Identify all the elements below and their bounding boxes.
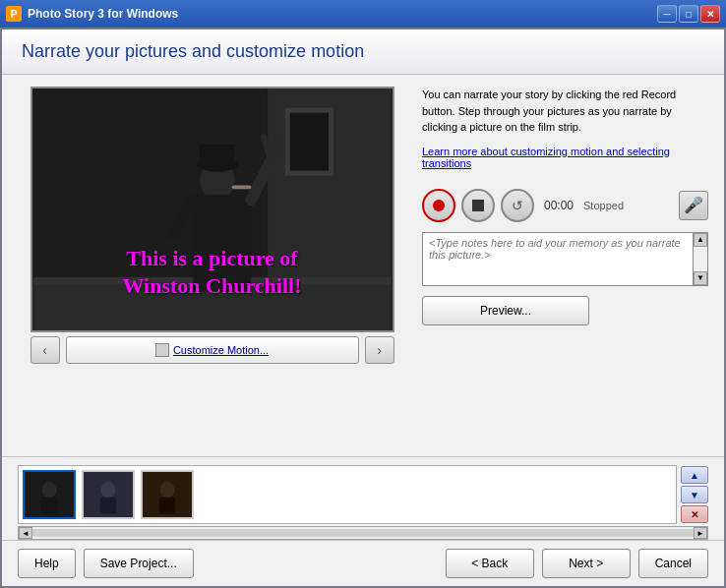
- record-button[interactable]: [422, 189, 455, 222]
- left-panel: This is a picture of Winston Churchill! …: [18, 87, 406, 444]
- scroll-up-arrow[interactable]: ▲: [694, 233, 707, 247]
- filmstrip-wrapper: ▲ ▼ ✕: [18, 465, 708, 524]
- filmstrip-thumb-1[interactable]: [23, 470, 76, 519]
- record-icon: [433, 200, 445, 211]
- filmstrip-section: ▲ ▼ ✕ ◄ ►: [2, 456, 724, 540]
- content-area: This is a picture of Winston Churchill! …: [2, 75, 724, 456]
- svg-rect-24: [159, 498, 176, 514]
- rewind-icon: ↺: [512, 198, 523, 213]
- photo-frame: This is a picture of Winston Churchill!: [30, 87, 394, 332]
- filmstrip-thumb-3[interactable]: [141, 470, 194, 519]
- notes-scrollbar[interactable]: ▲ ▼: [693, 232, 708, 286]
- save-project-button[interactable]: Save Project...: [84, 549, 194, 578]
- customize-icon: [155, 343, 169, 357]
- cancel-button[interactable]: Cancel: [638, 549, 708, 578]
- page-title: Narrate your pictures and customize moti…: [22, 41, 704, 62]
- time-display: 00:00: [544, 199, 574, 212]
- photo-content: This is a picture of Winston Churchill!: [32, 88, 393, 330]
- filmstrip-scrollbar[interactable]: ◄ ►: [18, 526, 708, 540]
- stop-button[interactable]: [461, 189, 495, 222]
- maximize-button[interactable]: □: [679, 5, 698, 23]
- window-controls: ─ □ ✕: [657, 5, 720, 23]
- bottom-bar: Help Save Project... < Back Next > Cance…: [2, 540, 724, 586]
- description-text: You can narrate your story by clicking t…: [422, 87, 708, 136]
- page-header: Narrate your pictures and customize moti…: [2, 29, 724, 75]
- rewind-button[interactable]: ↺: [501, 189, 534, 222]
- filmstrip-scroll[interactable]: [18, 465, 677, 524]
- filmstrip-down-button[interactable]: ▼: [681, 486, 708, 503]
- notes-area: ▲ ▼: [422, 232, 708, 286]
- main-window: Narrate your pictures and customize moti…: [0, 28, 726, 588]
- notes-textarea[interactable]: [422, 232, 693, 286]
- learn-more-link[interactable]: Learn more about customizing motion and …: [422, 146, 708, 169]
- svg-rect-4: [289, 113, 328, 171]
- microphone-icon: 🎤: [684, 196, 703, 214]
- scroll-down-arrow[interactable]: ▼: [694, 271, 707, 285]
- back-button[interactable]: < Back: [446, 549, 534, 578]
- customize-motion-button[interactable]: Customize Motion...: [66, 336, 359, 364]
- scroll-left-button[interactable]: ◄: [19, 527, 32, 539]
- svg-rect-21: [100, 498, 117, 514]
- scroll-right-button[interactable]: ►: [694, 527, 707, 539]
- next-button[interactable]: Next >: [542, 549, 631, 578]
- filmstrip-up-button[interactable]: ▲: [681, 466, 708, 484]
- svg-rect-18: [41, 498, 58, 514]
- photo-caption: This is a picture of Winston Churchill!: [42, 245, 383, 301]
- title-bar: P Photo Story 3 for Windows ─ □ ✕: [0, 0, 726, 28]
- svg-point-23: [160, 482, 175, 499]
- nav-row: ‹ Customize Motion... ›: [30, 336, 394, 364]
- right-panel: You can narrate your story by clicking t…: [422, 87, 708, 444]
- microphone-button[interactable]: 🎤: [679, 191, 708, 220]
- next-photo-button[interactable]: ›: [365, 336, 394, 364]
- svg-point-17: [42, 482, 57, 499]
- help-button[interactable]: Help: [18, 549, 76, 578]
- minimize-button[interactable]: ─: [657, 5, 677, 23]
- app-icon: P: [6, 6, 22, 22]
- prev-photo-button[interactable]: ‹: [30, 336, 60, 364]
- filmstrip-thumb-2[interactable]: [82, 470, 135, 519]
- status-text: Stopped: [583, 200, 624, 211]
- svg-rect-14: [200, 145, 234, 166]
- filmstrip-delete-button[interactable]: ✕: [681, 505, 708, 523]
- preview-button[interactable]: Preview...: [422, 296, 589, 325]
- close-button[interactable]: ✕: [700, 5, 720, 23]
- scroll-track: [32, 529, 694, 537]
- window-title: Photo Story 3 for Windows: [28, 7, 657, 21]
- filmstrip-controls: ▲ ▼ ✕: [681, 466, 708, 523]
- stop-icon: [472, 200, 484, 211]
- svg-rect-15: [231, 185, 251, 189]
- audio-controls: ↺ 00:00 Stopped 🎤: [422, 189, 708, 222]
- svg-point-20: [101, 482, 116, 499]
